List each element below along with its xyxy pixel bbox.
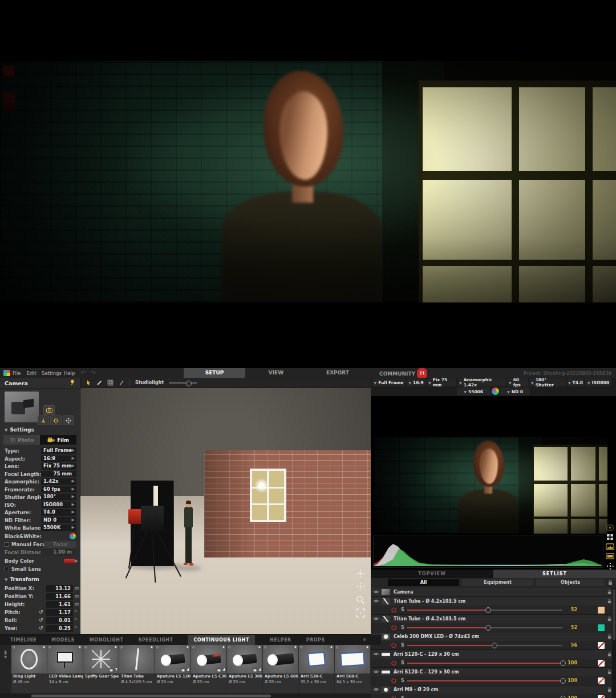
- shutter-select[interactable]: 180°▶: [41, 494, 76, 501]
- gel-swatch[interactable]: [598, 677, 605, 684]
- yaw-field[interactable]: 0.25: [46, 625, 73, 632]
- pitch-field[interactable]: 1.17: [46, 609, 73, 616]
- scene-brick-wall[interactable]: [204, 450, 371, 558]
- fps-dropdown[interactable]: ▼60 fps: [507, 378, 528, 386]
- position-x-field[interactable]: 13.12: [46, 585, 73, 592]
- anamorphic-select[interactable]: 1.42x▶: [41, 478, 76, 485]
- power-icon[interactable]: [391, 678, 396, 683]
- focal-distance-field[interactable]: 1.00 m: [41, 549, 76, 556]
- nd-filter-select[interactable]: ND 0▶: [41, 517, 76, 524]
- item-name[interactable]: Titan Tube - Ø 4.2x103.5 cm: [394, 599, 465, 604]
- studiolight-slider[interactable]: [169, 382, 197, 384]
- visibility-eye-icon[interactable]: [373, 599, 379, 603]
- light-card[interactable]: ⌂★4 Aputure LS 300X Ø 20 cm: [227, 645, 262, 693]
- star-icon[interactable]: ★: [258, 645, 261, 649]
- visibility-eye-icon[interactable]: [373, 669, 379, 674]
- transform-section-header[interactable]: ▼Transform: [5, 576, 39, 582]
- tab-speedlight[interactable]: SPEEDLIGHT: [138, 635, 173, 645]
- tab-helper[interactable]: HELPER: [270, 635, 291, 645]
- grid-tool-icon[interactable]: [107, 380, 114, 386]
- framerate-select[interactable]: 60 fps▶: [41, 486, 76, 493]
- home-icon[interactable]: ⌂: [120, 645, 123, 649]
- menu-edit[interactable]: Edit: [27, 370, 36, 376]
- frame-fit-icon[interactable]: [356, 608, 365, 618]
- power-icon[interactable]: [391, 643, 396, 648]
- gel-swatch[interactable]: [598, 642, 605, 649]
- small-lens-checkbox[interactable]: [5, 567, 9, 571]
- lock-icon[interactable]: [607, 590, 611, 595]
- item-name[interactable]: Arri S120-C - 129 x 30 cm: [394, 669, 459, 675]
- false-color-icon[interactable]: [606, 524, 614, 531]
- home-icon[interactable]: ⌂: [48, 645, 51, 649]
- light-card[interactable]: ⌂★ Arri S60-C 64,5 x 30 cm: [335, 645, 370, 693]
- film-mode-button[interactable]: Film: [40, 435, 76, 445]
- reset-icon[interactable]: ↺: [39, 609, 43, 615]
- position-y-field[interactable]: 11.66: [46, 593, 73, 600]
- power-icon[interactable]: [391, 625, 396, 630]
- color-wheel-icon[interactable]: [492, 388, 499, 395]
- roll-field[interactable]: 0.01: [46, 617, 73, 624]
- scene-camera[interactable]: [141, 506, 164, 531]
- setlist-item-light[interactable]: Arri S120-C - 129 x 30 cm S 100: [371, 650, 616, 668]
- star-icon[interactable]: ★: [78, 645, 82, 649]
- light-card[interactable]: ⌂★7 Spiffy Gear Spekular: [83, 645, 119, 693]
- color-wheel-icon[interactable]: [70, 533, 76, 539]
- light-card[interactable]: ⌂★ Titan Tube Ø 4.2x103.5 cm: [119, 645, 155, 693]
- light-card[interactable]: ⌂★4 Aputure LS C300D II Ø 20 cm: [191, 645, 226, 693]
- visibility-eye-icon[interactable]: [373, 616, 379, 621]
- tab-setup[interactable]: SETUP: [184, 368, 245, 378]
- viewport-3d[interactable]: Studiolight: [80, 378, 371, 634]
- intensity-slider[interactable]: [407, 663, 562, 664]
- setlist-item-light[interactable]: Arri S120-C - 129 x 30 cm S 100: [371, 668, 616, 685]
- favorites-filter[interactable]: ▲★▼: [0, 645, 11, 693]
- lens-dropdown[interactable]: ▼Fix 75 mm: [427, 378, 456, 386]
- home-icon[interactable]: ⌂: [228, 645, 230, 649]
- focus-button[interactable]: Focus: [44, 541, 76, 548]
- redo-icon[interactable]: ↷: [91, 369, 96, 377]
- cursor-tool-icon[interactable]: [86, 380, 91, 386]
- scene-window[interactable]: [250, 469, 286, 522]
- full-frame-dropdown[interactable]: ▼Full Frame: [372, 378, 406, 386]
- slider-knob[interactable]: [492, 643, 497, 648]
- height-field[interactable]: 1.61: [46, 601, 73, 608]
- light-card[interactable]: ⌂★ Arri S30-C 35,5 x 30 cm: [299, 645, 334, 693]
- studiolight-slider-knob[interactable]: [186, 381, 192, 386]
- item-name[interactable]: Arri S120-C - 129 x 30 cm: [394, 652, 459, 657]
- home-icon[interactable]: ⌂: [156, 645, 159, 649]
- pin-icon[interactable]: [70, 380, 75, 387]
- aperture-select[interactable]: T4.0▶: [41, 509, 76, 516]
- star-icon[interactable]: ★: [294, 645, 297, 649]
- setlist-item-camera[interactable]: Camera: [371, 588, 616, 597]
- lock-icon[interactable]: [608, 580, 613, 586]
- nd-dropdown[interactable]: ▼ND 0: [500, 388, 530, 396]
- gel-swatch[interactable]: [598, 607, 605, 614]
- power-icon[interactable]: [391, 607, 396, 612]
- white-balance-select[interactable]: 5500K▶: [41, 524, 76, 531]
- light-card[interactable]: ⌂★ Aputure LS 600D PRO Ø 20 cm: [263, 645, 298, 693]
- menu-help[interactable]: Help: [64, 370, 75, 376]
- visibility-eye-icon[interactable]: [373, 652, 379, 656]
- reset-icon[interactable]: ↺: [39, 625, 43, 631]
- light-card[interactable]: ⌂★ LED Video Lamp 14 x 8 cm: [47, 645, 83, 693]
- tab-community[interactable]: COMMUNITY 21: [368, 368, 438, 378]
- home-icon[interactable]: ⌂: [84, 645, 87, 649]
- white-balance-dropdown[interactable]: ▼5500K: [457, 388, 491, 396]
- slider-knob[interactable]: [485, 607, 491, 613]
- pan-icon[interactable]: [356, 582, 365, 591]
- tab-view[interactable]: VIEW: [245, 368, 307, 378]
- reset-icon[interactable]: ↺: [39, 617, 43, 623]
- item-name[interactable]: Camera: [394, 590, 413, 595]
- tripod-button[interactable]: [38, 415, 49, 425]
- aspect-select[interactable]: 16:9▶: [41, 455, 76, 462]
- gel-swatch[interactable]: [598, 660, 605, 667]
- lock-icon[interactable]: [607, 669, 611, 675]
- tab-timeline[interactable]: TIMELINE: [10, 635, 37, 645]
- anamorphic-dropdown[interactable]: ▼Anamorphic 1.42x: [457, 378, 506, 386]
- star-icon[interactable]: ★: [114, 645, 117, 649]
- aperture-dropdown[interactable]: ▼T4.0: [567, 378, 584, 386]
- aspect-dropdown[interactable]: ▼16:9: [407, 378, 425, 386]
- undo-icon[interactable]: ↶: [80, 369, 86, 377]
- tab-models[interactable]: MODELS: [51, 635, 75, 645]
- grid-view-icon[interactable]: [606, 534, 614, 540]
- light-card[interactable]: ⌂★4 Aputure LS 120D II Ø 20 cm: [155, 645, 191, 693]
